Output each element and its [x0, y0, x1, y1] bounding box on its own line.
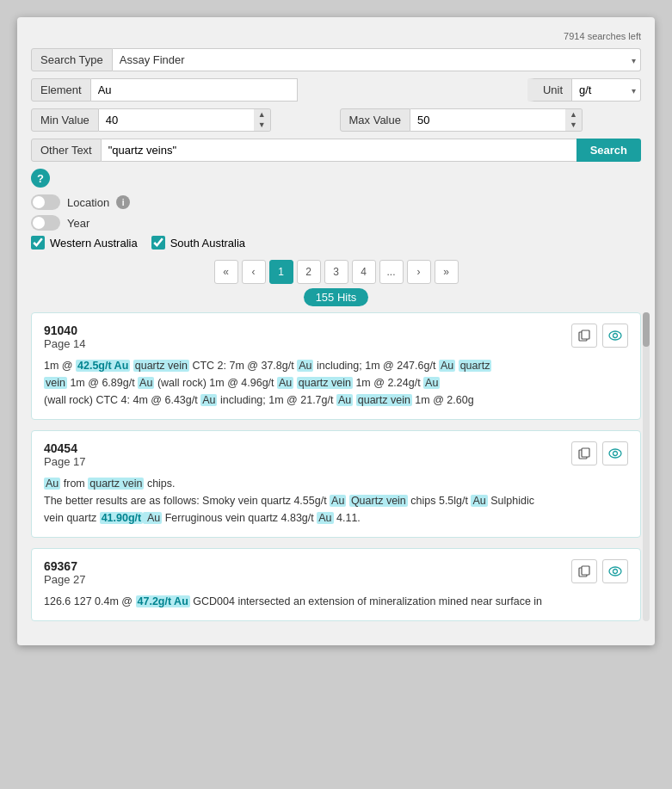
- min-value-label: Min Value: [31, 108, 99, 132]
- page-4-btn[interactable]: 4: [352, 260, 376, 284]
- svg-point-2: [609, 331, 621, 340]
- page-ellipsis-btn[interactable]: ...: [379, 260, 404, 284]
- first-page-btn[interactable]: «: [214, 260, 238, 284]
- last-page-btn[interactable]: »: [435, 260, 459, 284]
- result-info-3: 69367 Page 27: [44, 559, 85, 586]
- copy-btn-2[interactable]: [571, 441, 597, 465]
- svg-point-7: [613, 452, 618, 456]
- result-card-91040: 91040 Page 14: [31, 312, 641, 420]
- location-label: Location: [67, 196, 109, 209]
- search-type-label: Search Type: [31, 48, 113, 71]
- result-info-2: 40454 Page 17: [44, 441, 85, 468]
- result-card-69367: 69367 Page 27: [31, 548, 641, 621]
- element-unit-row: Element Unit g/t ppm ppb % ▾: [31, 78, 641, 102]
- svg-point-3: [613, 334, 618, 338]
- location-toggle[interactable]: [31, 194, 60, 210]
- result-text-1: 1m @ 42.5g/t Au quartz vein CTC 2: 7m @ …: [44, 357, 628, 409]
- result-page-1: Page 14: [44, 337, 85, 350]
- search-type-select[interactable]: Assay Finder: [113, 48, 641, 71]
- help-icon[interactable]: ?: [31, 169, 50, 188]
- result-card-40454: 40454 Page 17: [31, 430, 641, 538]
- svg-point-11: [613, 570, 618, 574]
- copy-btn-1[interactable]: [571, 324, 597, 348]
- svg-rect-5: [582, 448, 589, 457]
- view-btn-2[interactable]: [602, 441, 628, 465]
- result-id-3: 69367: [44, 559, 85, 573]
- page-3-btn[interactable]: 3: [324, 260, 348, 284]
- pagination: « ‹ 1 2 3 4 ... › »: [31, 260, 641, 284]
- prev-page-btn[interactable]: ‹: [242, 260, 266, 284]
- result-id-1: 91040: [44, 324, 85, 337]
- year-toggle[interactable]: [31, 215, 60, 231]
- element-input[interactable]: [91, 78, 298, 102]
- page-1-btn[interactable]: 1: [269, 260, 293, 284]
- western-australia-label: Western Australia: [50, 237, 138, 250]
- location-toggle-row: Location i: [31, 194, 641, 210]
- app-window: 7914 searches left Search Type Assay Fin…: [17, 17, 655, 645]
- min-max-row: Min Value ▲ ▼ Max Value ▲ ▼: [31, 108, 641, 132]
- result-page-3: Page 27: [44, 573, 85, 586]
- south-australia-checkbox-item: South Australia: [151, 236, 245, 250]
- svg-rect-9: [582, 566, 589, 575]
- search-button[interactable]: Search: [576, 139, 641, 162]
- result-card-header-2: 40454 Page 17: [44, 441, 628, 468]
- max-value-label: Max Value: [340, 108, 410, 132]
- unit-label: Unit: [527, 78, 572, 102]
- unit-select[interactable]: g/t ppm ppb %: [572, 78, 641, 102]
- location-info-icon[interactable]: i: [116, 195, 130, 209]
- next-page-btn[interactable]: ›: [407, 260, 431, 284]
- card-actions-2: [571, 441, 628, 465]
- card-actions-3: [571, 559, 628, 583]
- max-value-input[interactable]: [410, 108, 565, 132]
- result-page-2: Page 17: [44, 455, 85, 468]
- element-group: Element: [31, 78, 514, 102]
- card-actions-1: [571, 324, 628, 348]
- svg-point-6: [609, 449, 621, 458]
- hits-badge: 155 Hits: [31, 291, 641, 304]
- other-text-row: Other Text Search: [31, 139, 641, 162]
- copy-btn-3[interactable]: [571, 559, 597, 583]
- results-container: 91040 Page 14: [31, 312, 641, 621]
- max-value-up[interactable]: ▲: [565, 109, 582, 120]
- min-value-down[interactable]: ▼: [254, 120, 270, 132]
- result-id-2: 40454: [44, 441, 85, 455]
- svg-rect-1: [582, 330, 589, 339]
- search-type-select-wrapper: Assay Finder ▾: [113, 48, 641, 71]
- search-type-row: Search Type Assay Finder ▾: [31, 48, 641, 71]
- result-card-header-1: 91040 Page 14: [44, 324, 628, 350]
- max-value-group: Max Value ▲ ▼: [340, 108, 642, 132]
- year-toggle-row: Year: [31, 215, 641, 231]
- searches-left: 7914 searches left: [31, 31, 641, 41]
- other-text-label: Other Text: [31, 139, 102, 162]
- south-australia-label: South Australia: [170, 237, 245, 250]
- other-text-input[interactable]: [102, 139, 576, 162]
- min-value-up[interactable]: ▲: [254, 109, 270, 120]
- view-btn-1[interactable]: [602, 324, 628, 348]
- view-btn-3[interactable]: [602, 559, 628, 583]
- page-2-btn[interactable]: 2: [297, 260, 321, 284]
- checkbox-row: Western Australia South Australia: [31, 236, 641, 250]
- result-card-header-3: 69367 Page 27: [44, 559, 628, 586]
- max-value-down[interactable]: ▼: [565, 120, 582, 132]
- svg-point-10: [609, 567, 621, 576]
- western-australia-checkbox-item: Western Australia: [31, 236, 138, 250]
- south-australia-checkbox[interactable]: [151, 236, 165, 250]
- western-australia-checkbox[interactable]: [31, 236, 45, 250]
- result-text-2: Au from quartz vein chips. The better re…: [44, 475, 628, 527]
- min-value-spinner[interactable]: ▲ ▼: [254, 108, 271, 132]
- min-value-input[interactable]: [99, 108, 254, 132]
- max-value-spinner[interactable]: ▲ ▼: [565, 108, 583, 132]
- scrollbar-thumb[interactable]: [643, 312, 650, 347]
- unit-select-wrapper: g/t ppm ppb % ▾: [572, 78, 641, 102]
- min-value-group: Min Value ▲ ▼: [31, 108, 333, 132]
- hits-count: 155 Hits: [304, 288, 369, 306]
- year-label: Year: [67, 217, 89, 230]
- element-label: Element: [31, 78, 91, 102]
- scrollbar-track[interactable]: [643, 312, 650, 621]
- result-text-3: 126.6 127 0.4m @ 47.2g/t Au GCD004 inter…: [44, 593, 628, 610]
- result-info-1: 91040 Page 14: [44, 324, 85, 350]
- unit-group: Unit g/t ppm ppb % ▾: [521, 78, 641, 102]
